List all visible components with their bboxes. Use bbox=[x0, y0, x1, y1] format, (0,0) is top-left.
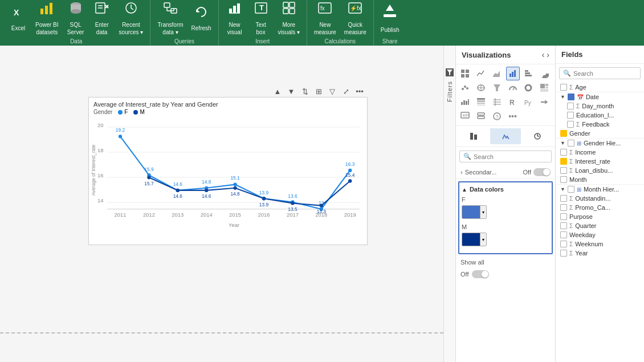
viz-forward-icon[interactable]: › bbox=[547, 50, 549, 59]
svg-rect-4 bbox=[50, 3, 52, 14]
field-checkbox-promo[interactable] bbox=[560, 204, 567, 211]
viz-more-icon[interactable]: ••• bbox=[506, 109, 520, 123]
new-measure-button[interactable]: fx Newmeasure bbox=[311, 2, 340, 34]
viz-tab-format[interactable] bbox=[490, 128, 521, 144]
viz-kpi-icon[interactable]: KPI bbox=[458, 109, 472, 123]
field-checkbox-weeknum[interactable] bbox=[560, 241, 567, 247]
viz-back-icon[interactable]: ‹ bbox=[542, 50, 545, 59]
publish-label: Publish bbox=[381, 26, 400, 34]
color-f-button[interactable]: ▾ bbox=[462, 205, 487, 219]
field-checkbox-feedback[interactable] bbox=[567, 121, 574, 128]
transform-data-button[interactable]: Transformdata ▾ bbox=[154, 2, 186, 34]
viz-tab-fields[interactable] bbox=[458, 128, 489, 144]
field-item-feedback[interactable]: Σ Feedback bbox=[556, 120, 644, 129]
viz-pie-icon[interactable] bbox=[537, 67, 551, 80]
publish-button[interactable]: Publish bbox=[377, 2, 403, 34]
excel-button[interactable]: X Excel bbox=[6, 2, 31, 34]
field-checkbox-outstanding[interactable] bbox=[560, 195, 567, 202]
toggle-track[interactable] bbox=[533, 168, 551, 176]
viz-map-icon[interactable] bbox=[474, 81, 488, 95]
fields-search-input[interactable] bbox=[573, 70, 637, 77]
field-item-education[interactable]: Education_l... bbox=[556, 111, 644, 120]
field-checkbox-income[interactable] bbox=[560, 149, 567, 156]
viz-hbar-icon[interactable] bbox=[521, 67, 535, 80]
field-checkbox-month[interactable] bbox=[560, 176, 567, 183]
field-group-gender-hier[interactable]: ▼ ⊞ Gender Hie... bbox=[556, 138, 644, 148]
field-item-year[interactable]: Σ Year bbox=[556, 249, 644, 258]
field-item-weekday[interactable]: Weekday bbox=[556, 230, 644, 239]
recent-sources-button[interactable]: Recentsources ▾ bbox=[116, 2, 147, 34]
field-checkbox-gender[interactable] bbox=[560, 130, 567, 137]
enter-data-button[interactable]: Enterdata bbox=[89, 2, 115, 34]
data-colors-header[interactable]: ▲ Data colors bbox=[462, 185, 549, 196]
viz-area-icon[interactable] bbox=[490, 67, 504, 80]
refresh-button[interactable]: Refresh bbox=[188, 2, 215, 34]
new-visual-button[interactable]: Newvisual bbox=[222, 2, 247, 34]
field-item-gender[interactable]: Gender bbox=[556, 129, 644, 138]
focus-icon[interactable]: ⤢ bbox=[340, 86, 352, 97]
viz-bar-icon[interactable] bbox=[506, 67, 520, 80]
quick-measure-button[interactable]: ⚡fx Quickmeasure bbox=[341, 2, 370, 34]
expand-icon[interactable]: ⊞ bbox=[313, 86, 324, 97]
bottom-toggle-track[interactable] bbox=[472, 270, 489, 278]
viz-qna-icon[interactable]: ? bbox=[490, 109, 504, 123]
viz-donut-icon[interactable] bbox=[521, 81, 535, 95]
viz-arrow-icon[interactable] bbox=[537, 95, 551, 109]
field-item-month[interactable]: Month bbox=[556, 175, 644, 184]
field-item-quarter[interactable]: Σ Quarter bbox=[556, 221, 644, 230]
power-bi-button[interactable]: Power BIdatasets bbox=[32, 2, 62, 34]
viz-tab-analytics[interactable] bbox=[522, 128, 553, 144]
field-checkbox-year[interactable] bbox=[560, 250, 567, 257]
field-item-day-month[interactable]: Σ Day_month bbox=[556, 101, 644, 111]
field-checkbox-age[interactable] bbox=[560, 84, 567, 91]
sort-desc-icon[interactable]: ▼ bbox=[286, 86, 297, 97]
sort-icon2[interactable]: ⇅ bbox=[299, 86, 311, 97]
svg-point-74 bbox=[176, 189, 180, 192]
viz-table-icon[interactable] bbox=[458, 67, 472, 80]
field-group-date[interactable]: ▼ 📅 Date bbox=[556, 92, 644, 101]
field-item-loan[interactable]: Σ Loan_disbu... bbox=[556, 166, 644, 175]
viz-gauge-icon[interactable] bbox=[506, 81, 520, 95]
field-group-month-hier[interactable]: ▼ ⊞ Month Hier... bbox=[556, 184, 644, 194]
more-visuals-button[interactable]: Morevisuals ▾ bbox=[275, 2, 303, 34]
sql-button[interactable]: SQLServer bbox=[63, 2, 88, 34]
field-item-purpose[interactable]: Purpose bbox=[556, 212, 644, 221]
field-item-interest-rate[interactable]: Σ Interest_rate bbox=[556, 157, 644, 166]
field-checkbox-purpose[interactable] bbox=[560, 213, 567, 220]
viz-scatter-icon[interactable] bbox=[458, 81, 472, 95]
field-item-weeknum[interactable]: Σ Weeknum bbox=[556, 239, 644, 249]
viz-panel-title: Visualizations bbox=[462, 51, 511, 59]
field-item-age[interactable]: Σ Age bbox=[556, 83, 644, 92]
svg-marker-89 bbox=[447, 70, 453, 75]
field-checkbox-interest-rate[interactable] bbox=[560, 158, 567, 165]
field-item-outstanding[interactable]: Σ Outstandin... bbox=[556, 194, 644, 203]
more-icon[interactable]: ••• bbox=[354, 86, 365, 97]
field-checkbox-loan[interactable] bbox=[560, 167, 567, 174]
text-box-button[interactable]: T Textbox bbox=[248, 2, 274, 34]
field-checkbox-date[interactable] bbox=[568, 93, 574, 100]
viz-matrix-icon[interactable] bbox=[474, 95, 488, 109]
viz-funnel-icon[interactable] bbox=[490, 81, 504, 95]
filter-icon[interactable]: ▽ bbox=[327, 86, 338, 97]
field-checkbox-education[interactable] bbox=[567, 112, 574, 119]
viz-py-icon[interactable]: Py bbox=[521, 95, 535, 109]
viz-line-icon[interactable] bbox=[474, 67, 488, 80]
field-checkbox-day-month[interactable] bbox=[567, 103, 574, 109]
viz-table2-icon[interactable] bbox=[490, 95, 504, 109]
field-checkbox-quarter[interactable] bbox=[560, 222, 567, 229]
viz-r-icon[interactable]: R bbox=[506, 95, 520, 109]
show-all-link[interactable]: Show all bbox=[456, 257, 555, 268]
viz-waterfall-icon[interactable] bbox=[458, 95, 472, 109]
sort-asc-icon[interactable]: ▲ bbox=[272, 86, 283, 97]
field-item-promo[interactable]: Σ Promo_Ca... bbox=[556, 203, 644, 212]
viz-slicer-icon[interactable] bbox=[474, 109, 488, 123]
secondary-toggle[interactable]: Off bbox=[523, 168, 551, 176]
viz-search-input[interactable] bbox=[474, 153, 548, 160]
viz-treemap-icon[interactable] bbox=[537, 81, 551, 95]
field-item-income[interactable]: Σ Income bbox=[556, 148, 644, 157]
color-m-button[interactable]: ▾ bbox=[462, 233, 487, 246]
field-checkbox-gender-hier[interactable] bbox=[568, 140, 574, 147]
field-checkbox-weekday[interactable] bbox=[560, 231, 567, 238]
field-checkbox-month-hier[interactable] bbox=[568, 186, 574, 193]
canvas-area[interactable]: ▲ ▼ ⇅ ⊞ ▽ ⤢ ••• Average of Interest_rate… bbox=[0, 46, 443, 362]
